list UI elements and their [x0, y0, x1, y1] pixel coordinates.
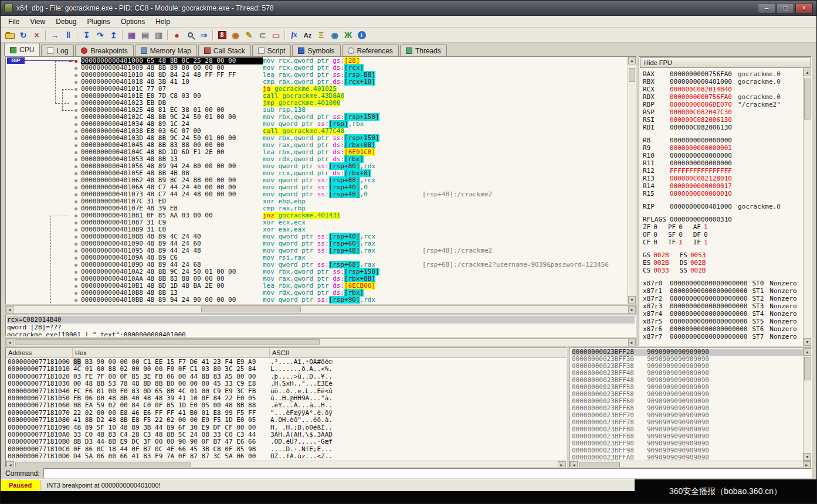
segment-registers-row[interactable]: GS002BFS0053 [643, 251, 803, 259]
search-web-icon[interactable]: ◉ [328, 29, 341, 42]
register-rip[interactable]: RIP0000000000401000gocrackme.0 [643, 203, 803, 210]
register-x87r6[interactable]: x87r600000000000000000000ST6Nonzero [643, 325, 803, 333]
bullet-dot[interactable] [74, 285, 77, 288]
highlight-icon[interactable]: ✎ [242, 29, 256, 42]
int3-breakpoint-icon[interactable]: 8 [215, 29, 229, 42]
step-over-icon[interactable]: ↷ [93, 29, 107, 42]
hide-fpu-button[interactable]: Hide FPU [640, 57, 811, 68]
bullet-dot[interactable] [74, 74, 77, 77]
register-r9[interactable]: R90000000000000001 [643, 144, 803, 152]
register-x87r0[interactable]: x87r000000000000000000000ST0Nonzero [643, 280, 803, 287]
bullet-dot[interactable] [74, 116, 77, 119]
bullet-dot[interactable] [74, 67, 77, 70]
bullet-dot[interactable] [74, 137, 77, 140]
dump-row[interactable]: 00000000771810104C 01 00 88 02 00 00 00 … [8, 366, 566, 373]
register-r8[interactable]: R80000000000000000 [643, 137, 803, 144]
dump-panel[interactable]: Address Hex ASCII 00000000771810008B B3 … [5, 348, 567, 469]
register-x87r4[interactable]: x87r400000000000000000000ST4Nonzero [643, 310, 803, 318]
register-rax[interactable]: RAX0000000000756FA0gocrackme.0 [643, 70, 803, 78]
scroll-up-icon[interactable]: ▲ [804, 348, 811, 356]
disasm-horizontal-scrollbar[interactable]: ◄ ► [5, 305, 636, 314]
bullet-dot[interactable] [74, 158, 77, 161]
bullet-dot[interactable] [74, 278, 77, 281]
case-az-icon[interactable]: Az [301, 29, 314, 42]
scroll-right-icon[interactable]: ► [628, 306, 636, 314]
breakpoint-icon[interactable]: ● [170, 29, 184, 42]
menu-options[interactable]: Options [116, 16, 150, 27]
flags-row[interactable]: OF0SF0DF0 [643, 231, 803, 239]
registers-vertical-scrollbar[interactable]: ▲ ▼ [803, 69, 811, 346]
register-x87r2[interactable]: x87r200000000000000000000ST2Nonzero [643, 295, 803, 302]
register-rflags[interactable]: RFLAGS0000000000000310 [643, 216, 803, 223]
bullet-dot[interactable] [74, 186, 77, 189]
bullet-dot[interactable] [74, 200, 77, 203]
dump-row[interactable]: 000000007718106008 EA 59 02 00 84 C0 0F … [8, 402, 566, 409]
flags-row[interactable]: ZF0PF0AF1 [643, 223, 803, 231]
segment-registers-row[interactable]: CS0033SS002B [643, 267, 803, 274]
tab-threads[interactable]: Threads [400, 45, 447, 56]
register-r12[interactable]: R12FFFFFFFFFFFFFFFF [643, 167, 803, 175]
bullet-dot[interactable] [74, 109, 77, 112]
disassembly-panel[interactable]: RIP ►000000000040100065 48 8B 0C 25 28 0… [5, 56, 636, 304]
scroll-right-icon[interactable]: ► [628, 339, 636, 346]
bullet-dot[interactable] [74, 95, 77, 98]
register-rbp[interactable]: RBP00000000006DE070"/crackme2" [643, 101, 803, 108]
bullet-dot[interactable] [74, 88, 77, 91]
bullet-dot[interactable] [74, 292, 77, 295]
bullet-dot[interactable] [74, 102, 77, 105]
disasm-row[interactable]: 00000000004010BB48 89 94 24 90 00 00 00m… [6, 297, 628, 304]
scroll-left-icon[interactable]: ◄ [6, 339, 13, 346]
register-x87r1[interactable]: x87r100000000000000000000ST1Nonzero [643, 287, 803, 295]
register-r14[interactable]: R140000000000000017 [643, 182, 803, 190]
register-x87r7[interactable]: x87r700000000000000000000ST7Nonzero [643, 333, 803, 340]
scroll-up-icon[interactable]: ▲ [628, 57, 636, 64]
scroll-left-icon[interactable]: ◄ [6, 306, 13, 314]
register-r11[interactable]: R110000000000000000 [643, 159, 803, 167]
open-file-icon[interactable] [3, 29, 16, 42]
dump-row[interactable]: 00000000771810B08B D3 44 8B E9 DC 3F 00 … [8, 438, 566, 445]
tab-cpu[interactable]: CPU [4, 43, 40, 56]
bullet-dot[interactable] [74, 123, 77, 126]
tab-call-stack[interactable]: Call Stack [198, 45, 251, 56]
bullet-dot[interactable] [74, 257, 77, 260]
bullet-dot[interactable] [74, 222, 77, 224]
bullet-dot[interactable] [74, 271, 77, 274]
info-icon[interactable]: i [355, 29, 368, 42]
memory-search-icon[interactable] [184, 29, 197, 42]
register-rsp[interactable]: RSP000000C082047C30 [643, 108, 803, 116]
step-into-icon[interactable]: ↧ [80, 29, 93, 42]
pause-icon[interactable]: ‖ [62, 29, 75, 42]
attach-icon[interactable]: ⊂ [256, 29, 269, 42]
tab-references[interactable]: References [342, 45, 399, 56]
log-icon[interactable]: ▤ [138, 29, 152, 42]
menu-plugins[interactable]: Plugins [82, 16, 116, 27]
stack-vertical-scrollbar[interactable]: ▲ ▼ [803, 348, 811, 461]
register-r10[interactable]: R100000000000000000 [643, 152, 803, 159]
register-r13[interactable]: R13000000C082128010 [643, 175, 803, 182]
run-icon[interactable]: → [48, 29, 62, 42]
tab-log[interactable]: Log [41, 45, 74, 56]
notes-icon[interactable]: ▥ [152, 29, 165, 42]
stack-panel[interactable]: 00000000023BFF28909090909090909000000000… [569, 348, 812, 469]
scrollbar-thumb[interactable] [629, 68, 635, 82]
execute-till-return-icon[interactable]: ↥ [107, 29, 120, 42]
bullet-dot[interactable] [74, 299, 77, 302]
bug-icon[interactable]: Ж [341, 29, 355, 42]
menu-help[interactable]: Help [150, 16, 175, 27]
tab-symbols[interactable]: Symbols [292, 45, 340, 56]
register-x87r3[interactable]: x87r300000000000000000000ST3Nonzero [643, 302, 803, 310]
scrollbar-thumb[interactable] [15, 339, 320, 345]
eraser-icon[interactable]: ▭ [269, 29, 283, 42]
bullet-dot[interactable] [74, 151, 77, 154]
scales-icon[interactable]: Ξ [314, 29, 328, 42]
bullet-dot[interactable] [74, 243, 77, 246]
dump-row[interactable]: 00000000771810D0D4 5A 06 00 66 41 83 F9 … [8, 453, 566, 460]
bullet-dot[interactable] [74, 130, 77, 133]
scrollbar-thumb[interactable] [201, 307, 301, 312]
bullet-dot[interactable] [74, 236, 77, 239]
close-button[interactable]: × [795, 3, 813, 13]
segment-registers-row[interactable]: ES002BDS002B [643, 259, 803, 267]
tab-breakpoints[interactable]: Breakpoints [75, 45, 133, 56]
register-x87r5[interactable]: x87r500000000000000000000ST5Nonzero [643, 318, 803, 325]
menu-file[interactable]: File [3, 16, 25, 27]
